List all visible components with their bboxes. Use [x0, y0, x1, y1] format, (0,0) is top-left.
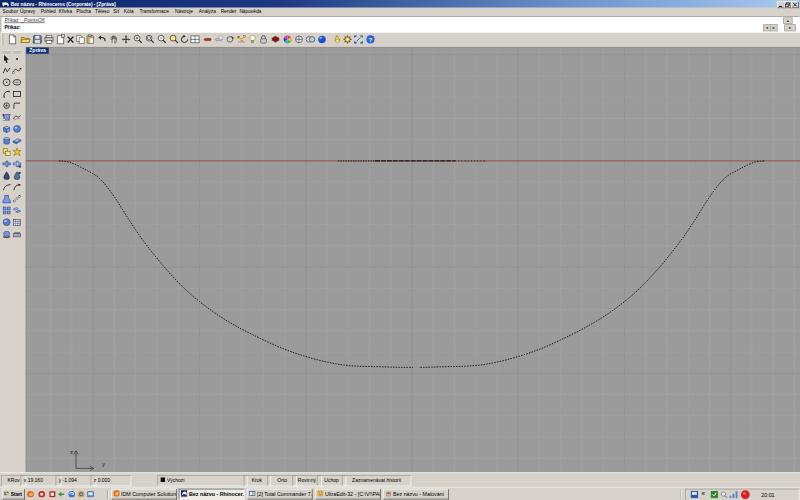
svg-text:U: U — [319, 492, 322, 496]
svg-text:?: ? — [369, 36, 373, 43]
